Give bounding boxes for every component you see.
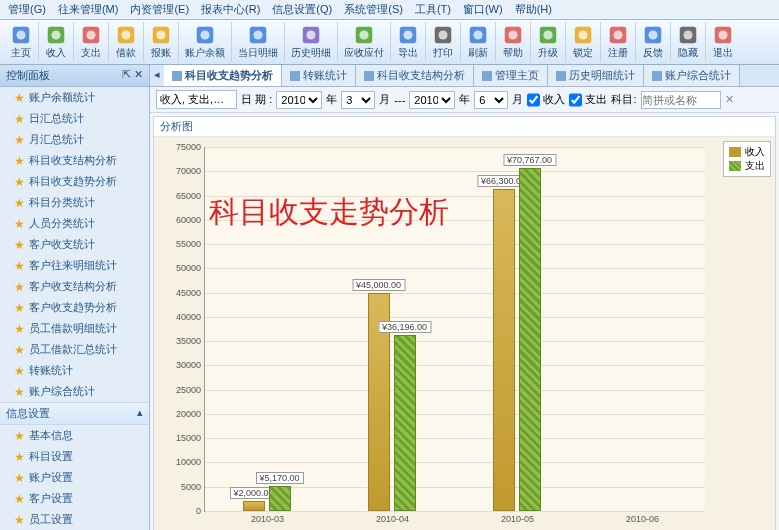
- tab-prev[interactable]: ◂: [150, 65, 164, 86]
- menu-item[interactable]: 管理(G): [8, 2, 46, 17]
- star-icon: ★: [14, 280, 25, 294]
- clear-icon[interactable]: ✕: [725, 93, 734, 106]
- svg-point-5: [86, 30, 95, 39]
- svg-point-11: [200, 30, 209, 39]
- toolbar-yen[interactable]: 注册: [601, 22, 636, 62]
- sidebar-item[interactable]: ★员工设置: [0, 509, 149, 530]
- toolbar-help[interactable]: 帮助: [496, 22, 531, 62]
- sidebar-item[interactable]: ★客户往来明细统计: [0, 255, 149, 276]
- toolbar-up2[interactable]: 升级: [531, 22, 566, 62]
- star-icon: ★: [14, 238, 25, 252]
- sidebar-item[interactable]: ★客户设置: [0, 488, 149, 509]
- tab[interactable]: 科目收支趋势分析: [164, 65, 282, 86]
- group-header[interactable]: 信息设置▴: [0, 402, 149, 425]
- star-icon: ★: [14, 343, 25, 357]
- toolbar-chat[interactable]: 反馈: [636, 22, 671, 62]
- star-icon: ★: [14, 133, 25, 147]
- star-icon: ★: [14, 175, 25, 189]
- io-selector[interactable]: 收入, 支出,…: [156, 90, 237, 109]
- sidebar-item[interactable]: ★客户收支结构分析: [0, 276, 149, 297]
- menu-item[interactable]: 往来管理(M): [58, 2, 119, 17]
- svg-point-1: [16, 30, 25, 39]
- sidebar-item[interactable]: ★日汇总统计: [0, 108, 149, 129]
- menu-item[interactable]: 工具(T): [415, 2, 451, 17]
- star-icon: ★: [14, 259, 25, 273]
- bar: [493, 189, 515, 511]
- toolbar-down[interactable]: 收入: [39, 22, 74, 62]
- tab[interactable]: 转账统计: [282, 65, 356, 86]
- toolbar-cal[interactable]: 当日明细: [232, 22, 285, 62]
- svg-point-7: [121, 30, 130, 39]
- toolbar-print[interactable]: 打印: [426, 22, 461, 62]
- menu-item[interactable]: 系统管理(S): [344, 2, 403, 17]
- sidebar-item[interactable]: ★员工借款明细统计: [0, 318, 149, 339]
- tab[interactable]: 管理主页: [474, 65, 548, 86]
- menu-item[interactable]: 窗口(W): [463, 2, 503, 17]
- star-icon: ★: [14, 154, 25, 168]
- subject-input[interactable]: [641, 91, 721, 109]
- svg-point-21: [438, 30, 447, 39]
- sidebar-title: 控制面板⇱ ✕: [0, 65, 149, 87]
- toolbar-coin[interactable]: 借款: [109, 22, 144, 62]
- star-icon: ★: [14, 301, 25, 315]
- sidebar-item[interactable]: ★账户综合统计: [0, 381, 149, 402]
- sidebar: 控制面板⇱ ✕ ★账户余额统计★日汇总统计★月汇总统计★科目收支结构分析★科目收…: [0, 65, 150, 530]
- toolbar-refresh[interactable]: 刷新: [461, 22, 496, 62]
- data-label: ¥45,000.00: [352, 279, 405, 291]
- toolbar-doc[interactable]: 报账: [144, 22, 179, 62]
- sidebar-item[interactable]: ★转账统计: [0, 360, 149, 381]
- filter-bar: 收入, 支出,… 日 期 : 2010 年 3 月 --- 2010 年 6 月…: [150, 87, 779, 113]
- month-to[interactable]: 6: [474, 91, 508, 109]
- data-label: ¥5,170.00: [255, 472, 303, 484]
- sidebar-item[interactable]: ★客户收支统计: [0, 234, 149, 255]
- sidebar-item[interactable]: ★科目收支结构分析: [0, 150, 149, 171]
- sidebar-item[interactable]: ★科目设置: [0, 446, 149, 467]
- bar: [243, 501, 265, 511]
- chk-expense[interactable]: 支出: [569, 91, 607, 109]
- tab[interactable]: 科目收支结构分析: [356, 65, 474, 86]
- year-to[interactable]: 2010: [409, 91, 455, 109]
- toolbar-home[interactable]: 主页: [4, 22, 39, 62]
- sidebar-item[interactable]: ★月汇总统计: [0, 129, 149, 150]
- svg-point-27: [543, 30, 552, 39]
- tab[interactable]: 历史明细统计: [548, 65, 644, 86]
- year-from[interactable]: 2010: [276, 91, 322, 109]
- svg-point-3: [51, 30, 60, 39]
- toolbar-clock[interactable]: 历史明细: [285, 22, 338, 62]
- toolbar-hide[interactable]: 隐藏: [671, 22, 706, 62]
- toolbar-swap[interactable]: 应收应付: [338, 22, 391, 62]
- sidebar-item[interactable]: ★人员分类统计: [0, 213, 149, 234]
- bar: [269, 486, 291, 511]
- sidebar-item[interactable]: ★客户收支趋势分析: [0, 297, 149, 318]
- date-label: 日 期 :: [241, 92, 272, 107]
- sidebar-item[interactable]: ★账户余额统计: [0, 87, 149, 108]
- toolbar-lock[interactable]: 锁定: [566, 22, 601, 62]
- month-from[interactable]: 3: [341, 91, 375, 109]
- sidebar-item[interactable]: ★科目分类统计: [0, 192, 149, 213]
- toolbar-up[interactable]: 支出: [74, 22, 109, 62]
- main-panel: ◂科目收支趋势分析转账统计科目收支结构分析管理主页历史明细统计账户综合统计 收入…: [150, 65, 779, 530]
- toolbar-bar[interactable]: 账户余额: [179, 22, 232, 62]
- star-icon: ★: [14, 471, 25, 485]
- star-icon: ★: [14, 513, 25, 527]
- toolbar-exit[interactable]: 退出: [706, 22, 740, 62]
- menu-item[interactable]: 内资管理(E): [130, 2, 189, 17]
- menu-item[interactable]: 报表中心(R): [201, 2, 260, 17]
- sidebar-item[interactable]: ★员工借款汇总统计: [0, 339, 149, 360]
- plot: 0500010000150002000025000300003500040000…: [204, 147, 705, 512]
- chk-income[interactable]: 收入: [527, 91, 565, 109]
- sidebar-item[interactable]: ★科目收支趋势分析: [0, 171, 149, 192]
- sidebar-item[interactable]: ★账户设置: [0, 467, 149, 488]
- tab[interactable]: 账户综合统计: [644, 65, 740, 86]
- menu-item[interactable]: 帮助(H): [515, 2, 552, 17]
- sidebar-item[interactable]: ★基本信息: [0, 425, 149, 446]
- pin-icon[interactable]: ⇱ ✕: [122, 68, 143, 83]
- menu-item[interactable]: 信息设置(Q): [272, 2, 332, 17]
- svg-point-9: [156, 30, 165, 39]
- star-icon: ★: [14, 450, 25, 464]
- star-icon: ★: [14, 112, 25, 126]
- svg-point-23: [473, 30, 482, 39]
- toolbar-export[interactable]: 导出: [391, 22, 426, 62]
- svg-point-15: [306, 30, 315, 39]
- star-icon: ★: [14, 322, 25, 336]
